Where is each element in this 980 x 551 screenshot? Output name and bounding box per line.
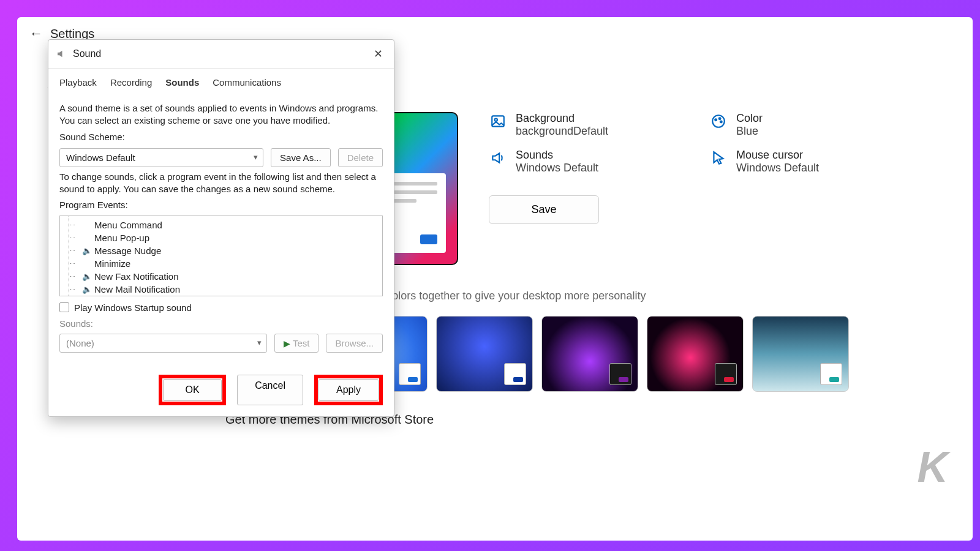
image-icon <box>489 112 507 130</box>
theme-thumb-3[interactable] <box>436 316 533 392</box>
svg-point-4 <box>495 119 497 121</box>
svg-rect-3 <box>492 116 504 126</box>
cursor-icon <box>709 149 728 167</box>
startup-sound-label: Play Windows Startup sound <box>74 302 192 313</box>
apply-highlight: Apply <box>314 375 383 405</box>
sound-dialog: Sound ✕ Playback Recording Sounds Commun… <box>48 39 394 417</box>
event-item[interactable]: Menu Pop-up <box>61 231 381 244</box>
event-item[interactable]: Menu Command <box>61 219 381 231</box>
svg-point-7 <box>719 118 721 119</box>
svg-point-5 <box>712 115 725 127</box>
svg-point-8 <box>720 121 722 123</box>
speaker-icon: 🔈 <box>82 272 91 281</box>
back-icon[interactable]: ← <box>29 26 43 42</box>
startup-sound-row[interactable]: Play Windows Startup sound <box>59 302 383 313</box>
ok-highlight: OK <box>159 375 226 405</box>
intro-text: A sound theme is a set of sounds applied… <box>59 102 383 127</box>
svg-point-6 <box>715 119 717 121</box>
change-hint: To change sounds, click a program event … <box>59 171 383 196</box>
sound-dialog-icon <box>56 48 67 59</box>
close-icon[interactable]: ✕ <box>370 46 386 62</box>
prop-cursor[interactable]: Mouse cursorWindows Default <box>709 149 893 174</box>
tab-sounds[interactable]: Sounds <box>163 75 202 92</box>
sound-scheme-combo[interactable]: Windows Default <box>59 148 263 167</box>
event-item[interactable]: Minimize <box>61 257 381 270</box>
play-icon: ▶ <box>284 339 290 348</box>
event-item[interactable]: 🔈New Mail Notification <box>61 283 381 296</box>
scheme-label: Sound Scheme: <box>59 131 383 143</box>
prop-sounds[interactable]: SoundsWindows Default <box>489 149 673 174</box>
theme-thumb-4[interactable] <box>541 316 638 392</box>
cancel-button[interactable]: Cancel <box>237 375 303 405</box>
theme-properties: BackgroundbackgroundDefault ColorBlue So… <box>489 112 948 224</box>
dialog-tabs: Playback Recording Sounds Communications <box>48 69 394 92</box>
dialog-footer: OK Cancel Apply <box>48 367 394 416</box>
palette-icon <box>709 112 728 130</box>
events-label: Program Events: <box>59 199 383 211</box>
ok-button[interactable]: OK <box>163 379 222 401</box>
theme-thumb-6[interactable] <box>752 316 849 392</box>
tab-communications[interactable]: Communications <box>210 75 284 92</box>
prop-background[interactable]: BackgroundbackgroundDefault <box>489 112 673 138</box>
speaker-icon: 🔈 <box>82 246 91 255</box>
prop-color[interactable]: ColorBlue <box>709 112 893 138</box>
tab-playback[interactable]: Playback <box>57 75 99 92</box>
tab-recording[interactable]: Recording <box>108 75 154 92</box>
dialog-titlebar: Sound ✕ <box>48 40 394 69</box>
sounds-combo[interactable]: (None) <box>59 334 267 353</box>
theme-thumb-5[interactable] <box>647 316 744 392</box>
save-theme-button[interactable]: Save <box>489 195 599 224</box>
speaker-icon: 🔈 <box>82 285 91 294</box>
program-events-list[interactable]: Menu Command Menu Pop-up 🔈Message Nudge … <box>59 216 383 296</box>
browse-button: Browse... <box>326 334 383 353</box>
dialog-title: Sound <box>73 48 101 59</box>
event-item[interactable]: 🔈New Fax Notification <box>61 270 381 283</box>
event-item[interactable]: 🔈Message Nudge <box>61 244 381 257</box>
speaker-icon <box>489 149 507 167</box>
test-button: ▶Test <box>274 334 319 353</box>
sounds-label: Sounds: <box>59 318 383 330</box>
save-as-button[interactable]: Save As... <box>271 148 331 167</box>
startup-sound-checkbox[interactable] <box>59 302 69 312</box>
delete-button: Delete <box>338 148 383 167</box>
dialog-body: A sound theme is a set of sounds applied… <box>48 92 394 367</box>
apply-button[interactable]: Apply <box>318 379 379 401</box>
watermark: K <box>917 443 948 492</box>
